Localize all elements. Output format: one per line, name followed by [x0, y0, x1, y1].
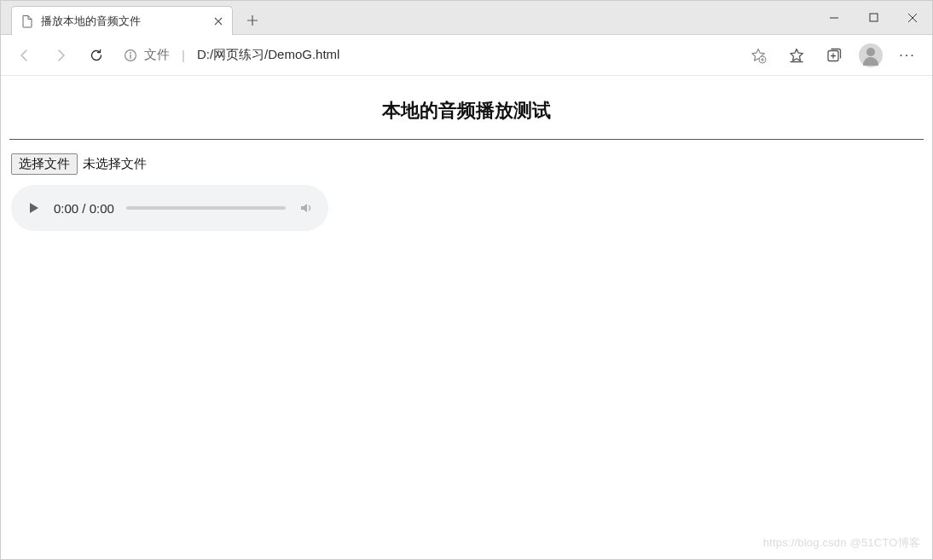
svg-rect-0: [870, 14, 878, 21]
address-bar[interactable]: 文件 | D:/网页练习/DemoG.html: [117, 41, 775, 70]
favorites-button[interactable]: [780, 40, 813, 71]
volume-button[interactable]: [298, 199, 315, 216]
window-controls: [814, 1, 932, 34]
info-icon[interactable]: [124, 49, 137, 62]
address-separator: |: [182, 48, 185, 62]
file-input-status: 未选择文件: [83, 156, 147, 172]
more-icon: ···: [899, 48, 915, 63]
profile-avatar[interactable]: [859, 43, 883, 67]
window-minimize-button[interactable]: [814, 1, 854, 35]
svg-rect-3: [130, 54, 130, 58]
choose-file-button[interactable]: 选择文件: [11, 153, 78, 175]
window-close-button[interactable]: [893, 1, 932, 35]
browser-tab[interactable]: 播放本地的音频文件: [11, 6, 233, 35]
titlebar-spacer: [267, 1, 814, 34]
page-icon: [20, 14, 34, 28]
audio-seek-track[interactable]: [126, 206, 286, 210]
page-content: 本地的音频播放测试 选择文件 未选择文件 0:00 / 0:00: [1, 98, 932, 231]
file-input-row: 选择文件 未选择文件: [11, 153, 932, 175]
watermark-text: https://blog.csdn @51CTO博客: [763, 535, 920, 551]
svg-point-2: [130, 52, 131, 54]
play-button[interactable]: [25, 199, 42, 216]
more-button[interactable]: ···: [891, 40, 924, 71]
page-heading: 本地的音频播放测试: [1, 98, 932, 124]
forward-button[interactable]: [45, 40, 76, 71]
new-tab-button[interactable]: [238, 6, 267, 35]
tab-close-icon[interactable]: [212, 14, 225, 28]
tab-title: 播放本地的音频文件: [41, 14, 205, 29]
audio-player[interactable]: 0:00 / 0:00: [11, 185, 328, 231]
star-add-icon[interactable]: [750, 47, 767, 64]
toolbar: 文件 | D:/网页练习/DemoG.html ···: [1, 35, 932, 76]
audio-time-display: 0:00 / 0:00: [54, 201, 114, 216]
horizontal-rule: [9, 139, 924, 140]
address-url: D:/网页练习/DemoG.html: [197, 47, 340, 63]
window-maximize-button[interactable]: [854, 1, 893, 35]
titlebar: 播放本地的音频文件: [1, 1, 932, 35]
address-scheme: 文件: [144, 47, 170, 63]
back-button[interactable]: [9, 40, 40, 71]
collections-button[interactable]: [818, 40, 850, 71]
refresh-button[interactable]: [81, 40, 112, 71]
